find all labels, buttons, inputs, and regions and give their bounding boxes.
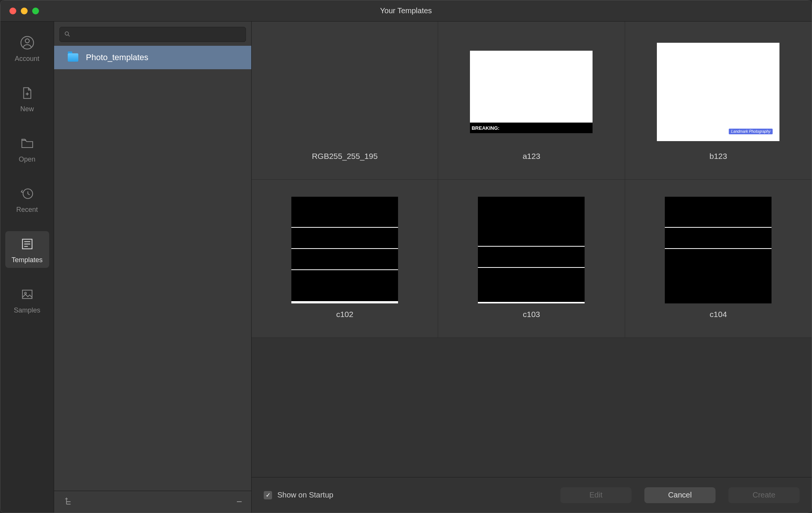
svg-point-5 (24, 292, 26, 294)
folder-search-input[interactable] (59, 27, 246, 42)
show-on-startup-label: Show on Startup (277, 491, 333, 499)
templates-area: RGB255_255_195 BREAKING: a123 Landmar (252, 22, 812, 513)
template-name: c104 (710, 310, 727, 319)
titlebar: Your Templates (0, 0, 812, 22)
samples-icon (19, 286, 36, 303)
svg-rect-4 (22, 290, 32, 298)
maximize-window-button[interactable] (32, 8, 39, 14)
sidebar-item-open[interactable]: Open (5, 131, 49, 167)
template-thumbnail: BREAKING: (470, 43, 593, 141)
template-item[interactable]: BREAKING: a123 (438, 22, 625, 180)
sidebar-item-new[interactable]: New (5, 80, 49, 117)
sidebar-item-label: Samples (14, 306, 40, 314)
template-name: RGB255_255_195 (312, 152, 378, 161)
breaking-label: BREAKING: (470, 123, 593, 133)
recent-icon (19, 185, 36, 202)
folder-item-photo-templates[interactable]: Photo_templates (54, 46, 251, 69)
template-name: c102 (336, 310, 353, 319)
grid-empty-area (252, 338, 812, 477)
template-item[interactable]: c102 (252, 180, 438, 338)
remove-folder-button[interactable]: − (236, 496, 242, 508)
search-icon (64, 31, 71, 37)
template-thumbnail (283, 43, 406, 141)
templates-grid: RGB255_255_195 BREAKING: a123 Landmar (252, 22, 812, 477)
bottom-bar: ✓ Show on Startup Edit Cancel Create (252, 477, 812, 513)
window-title: Your Templates (0, 6, 812, 15)
template-item[interactable]: RGB255_255_195 (252, 22, 438, 180)
add-folder-button[interactable] (63, 496, 73, 508)
template-name: c103 (523, 310, 540, 319)
template-thumbnail: Landmark Photography (657, 43, 779, 141)
sidebar-item-recent[interactable]: Recent (5, 181, 49, 218)
folder-icon (68, 53, 78, 62)
sidebar-item-templates[interactable]: Templates (5, 231, 49, 268)
badge-label: Landmark Photography (729, 129, 773, 134)
sidebar: Account New Open Recent (0, 22, 54, 513)
close-window-button[interactable] (9, 8, 16, 14)
svg-point-6 (65, 32, 68, 35)
sidebar-item-label: New (20, 105, 34, 113)
template-name: a123 (523, 152, 540, 161)
templates-icon (19, 236, 36, 252)
template-thumbnail (283, 201, 406, 299)
edit-button[interactable]: Edit (560, 487, 632, 503)
new-document-icon (19, 85, 36, 101)
folder-panel: Photo_templates − (54, 22, 252, 513)
sidebar-item-account[interactable]: Account (5, 30, 49, 67)
template-item[interactable]: c103 (438, 180, 625, 338)
folder-open-icon (19, 135, 36, 152)
template-item[interactable]: Landmark Photography b123 (625, 22, 812, 180)
template-thumbnail (657, 201, 779, 299)
account-icon (19, 34, 36, 51)
sidebar-item-samples[interactable]: Samples (5, 281, 49, 318)
sidebar-item-label: Recent (16, 206, 38, 214)
window-controls (0, 8, 39, 14)
minimize-window-button[interactable] (21, 8, 28, 14)
svg-point-1 (25, 39, 29, 43)
create-button[interactable]: Create (728, 487, 800, 503)
templates-window: Your Templates Account New Open (0, 0, 812, 513)
folder-panel-footer: − (54, 491, 251, 513)
cancel-button[interactable]: Cancel (644, 487, 716, 503)
sidebar-item-label: Open (19, 155, 35, 163)
template-thumbnail (470, 201, 593, 299)
show-on-startup-checkbox[interactable]: ✓ (264, 491, 272, 499)
template-name: b123 (709, 152, 727, 161)
sidebar-item-label: Account (15, 55, 39, 63)
folder-name: Photo_templates (86, 53, 148, 62)
sidebar-item-label: Templates (11, 256, 42, 264)
template-item[interactable]: c104 (625, 180, 812, 338)
